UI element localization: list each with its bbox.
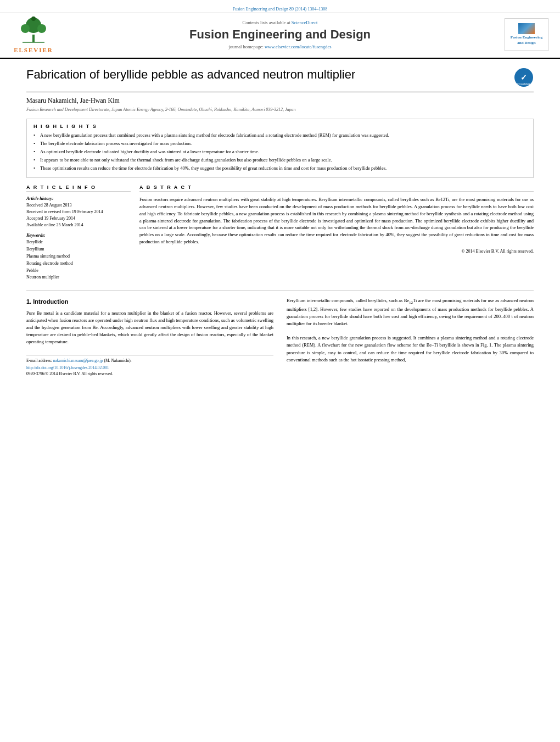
- journal-logo-box: Fusion Engineeringand Design: [505, 18, 548, 51]
- highlight-item: These optimization results can reduce th…: [33, 165, 527, 172]
- section-divider: [26, 290, 534, 291]
- article-title-section: Fabrication of beryllide pebble as advan…: [26, 68, 534, 92]
- affiliation-line: Fusion Research and Development Director…: [26, 107, 534, 112]
- article-info-title: A R T I C L E I N F O: [26, 185, 131, 192]
- authors-line: Masaru Nakamichi, Jae-Hwan Kim: [26, 97, 534, 105]
- keyword: Pebble: [26, 267, 131, 275]
- highlight-item: As optimized beryllide electrode indicat…: [33, 149, 527, 155]
- keyword: Beryllide: [26, 239, 131, 246]
- abstract-text: Fusion reactors require advanced neutron…: [139, 196, 534, 245]
- doi-line: http://dx.doi.org/10.1016/j.fusengdes.20…: [26, 365, 273, 371]
- highlight-item: It appears to be more able to not only w…: [33, 157, 527, 164]
- history-label: Article history:: [26, 196, 131, 201]
- introduction-heading: 1. Introduction: [26, 297, 273, 306]
- journal-header: Fusion Engineering and Design 89 (2014) …: [0, 0, 560, 59]
- received-revised-date: Received in revised form 19 February 201…: [26, 209, 131, 215]
- journal-logo-right: Fusion Engineeringand Design: [502, 18, 551, 51]
- highlight-item: A new beryllide granulation process that…: [33, 132, 527, 139]
- svg-point-3: [37, 24, 46, 33]
- svg-point-5: [31, 16, 36, 21]
- contents-line: Contents lists available at ScienceDirec…: [58, 20, 502, 25]
- keyword: Plasma sintering method: [26, 253, 131, 260]
- highlights-box: H I G H L I G H T S A new beryllide gran…: [26, 119, 534, 178]
- journal-main-title: Fusion Engineering and Design: [58, 27, 502, 42]
- introduction-text-right-2: In this research, a new beryllide granul…: [287, 334, 534, 364]
- email-link[interactable]: nakamichi.masaru@jaea.go.jp: [53, 358, 103, 363]
- journal-logo-image: [518, 23, 535, 34]
- elsevier-logo: ELSEVIER: [9, 15, 58, 53]
- introduction-text-left: Pure Be metal is a candidate material fo…: [26, 310, 273, 346]
- article-history: Article history: Received 28 August 2013…: [26, 196, 131, 228]
- homepage-link[interactable]: www.elsevier.com/locate/fusengdes: [265, 44, 332, 49]
- svg-rect-0: [32, 35, 35, 42]
- keywords-label: Keywords:: [26, 233, 131, 238]
- introduction-text-right: Beryllium intermetallic compounds, calle…: [287, 297, 534, 327]
- svg-point-2: [21, 24, 30, 33]
- svg-text:CrossMark: CrossMark: [517, 82, 531, 86]
- email-label: E-mail address:: [26, 358, 52, 363]
- footnote-area: E-mail address: nakamichi.masaru@jaea.go…: [26, 355, 273, 377]
- highlights-title: H I G H L I G H T S: [33, 124, 527, 129]
- sciencedirect-link[interactable]: ScienceDirect: [292, 20, 318, 25]
- email-name: (M. Nakamichi).: [104, 358, 131, 363]
- elsevier-wordmark: ELSEVIER: [14, 47, 53, 53]
- journal-title-center: Contents lists available at ScienceDirec…: [58, 20, 502, 49]
- svg-text:✓: ✓: [520, 73, 527, 82]
- highlight-item: The beryllide electrode fabrication proc…: [33, 141, 527, 147]
- doi-link[interactable]: http://dx.doi.org/10.1016/j.fusengdes.20…: [26, 365, 109, 370]
- article-ref-text: Fusion Engineering and Design 89 (2014) …: [233, 7, 327, 12]
- elsevier-tree-icon: [14, 15, 53, 46]
- keyword: Rotating electrode method: [26, 260, 131, 267]
- main-content: Fabrication of beryllide pebble as advan…: [0, 59, 560, 386]
- highlights-list: A new beryllide granulation process that…: [33, 132, 527, 171]
- introduction-col-left: 1. Introduction Pure Be metal is a candi…: [26, 297, 273, 377]
- introduction-section: 1. Introduction Pure Be metal is a candi…: [26, 297, 534, 377]
- introduction-col-right: Beryllium intermetallic compounds, calle…: [287, 297, 534, 377]
- abstract-col: A B S T R A C T Fusion reactors require …: [139, 185, 534, 281]
- issn-line: 0920-3796/© 2014 Elsevier B.V. All right…: [26, 371, 273, 377]
- crossmark-icon: ✓ CrossMark: [514, 68, 534, 87]
- keywords-section: Keywords: Beryllide Beryllium Plasma sin…: [26, 233, 131, 281]
- email-footnote: E-mail address: nakamichi.masaru@jaea.go…: [26, 358, 273, 364]
- keyword: Neutron multiplier: [26, 274, 131, 281]
- received-date: Received 28 August 2013: [26, 202, 131, 209]
- article-title: Fabrication of beryllide pebble as advan…: [26, 68, 514, 82]
- available-date: Available online 25 March 2014: [26, 222, 131, 228]
- copyright-line: © 2014 Elsevier B.V. All rights reserved…: [139, 249, 534, 254]
- header-main: ELSEVIER Contents lists available at Sci…: [0, 13, 560, 55]
- info-abstract-section: A R T I C L E I N F O Article history: R…: [26, 185, 534, 281]
- journal-logo-title: Fusion Engineeringand Design: [511, 35, 543, 45]
- article-info-col: A R T I C L E I N F O Article history: R…: [26, 185, 131, 281]
- page: Fusion Engineering and Design 89 (2014) …: [0, 0, 560, 742]
- homepage-line: journal homepage: www.elsevier.com/locat…: [58, 44, 502, 49]
- abstract-title: A B S T R A C T: [139, 185, 534, 192]
- accepted-date: Accepted 19 February 2014: [26, 215, 131, 222]
- keyword: Beryllium: [26, 246, 131, 253]
- article-ref: Fusion Engineering and Design 89 (2014) …: [0, 4, 560, 13]
